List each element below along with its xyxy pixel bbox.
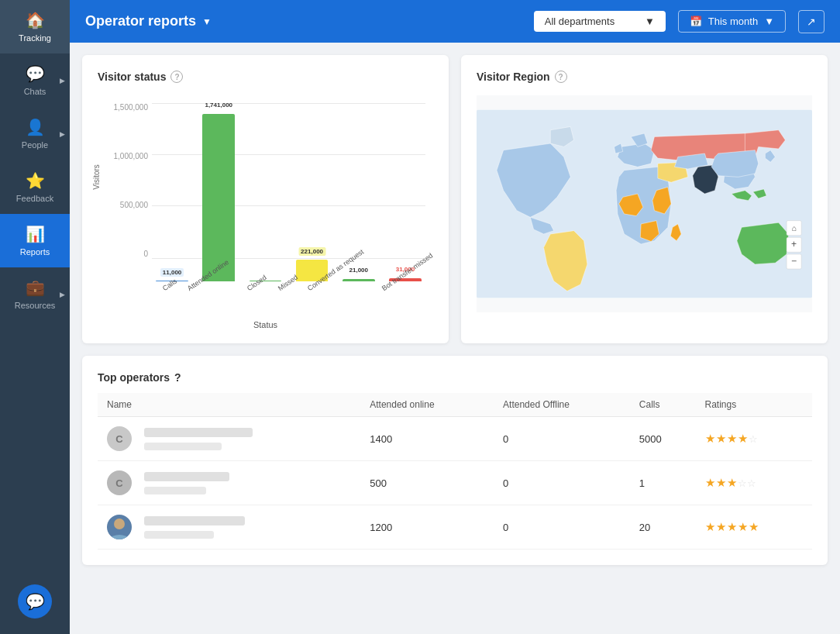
chevron-right-icon: ▶ [60, 77, 65, 84]
operator-name-cell: C [98, 461, 360, 505]
col-attended-offline: Attended Offline [494, 393, 630, 417]
bar-group-bot-transfer: 31,000 [385, 103, 425, 281]
top-operators-title: Top operators ? [98, 371, 812, 384]
sidebar-item-chats[interactable]: 💬 Chats ▶ [0, 53, 70, 107]
export-icon: ↗ [807, 16, 816, 28]
svg-text:+: + [791, 239, 797, 250]
visitor-region-card: Visitor Region ? [461, 55, 828, 343]
attended-online-cell: 500 [360, 461, 494, 505]
sidebar-item-people[interactable]: 👤 People ▶ [0, 107, 70, 160]
name-blur-secondary [144, 487, 206, 494]
star-rating: ★★★ [705, 476, 738, 489]
col-attended-online: Attended online [360, 393, 494, 417]
svg-point-7 [114, 519, 125, 529]
svg-text:−: − [791, 256, 797, 267]
table-body: C 1400 0 5000 ★★★★☆ [98, 417, 812, 550]
caret-down-icon: ▼ [202, 16, 212, 27]
star-rating: ★★★★ [705, 432, 749, 445]
attended-offline-cell: 0 [494, 417, 630, 461]
attended-online-cell: 1400 [360, 417, 494, 461]
bar-group-missed: 221,000 [292, 103, 332, 281]
sidebar-item-resources[interactable]: 💼 Resources ▶ [0, 267, 70, 321]
bars-container: 11,000 1,741,000 [152, 103, 425, 281]
name-blur-primary [144, 428, 253, 437]
charts-row: Visitor status ? 1,500,000 1,000,000 500… [82, 55, 828, 343]
ratings-cell: ★★★☆☆ [696, 461, 812, 505]
sidebar-item-label: Resources [15, 301, 56, 310]
col-ratings: Ratings [696, 393, 812, 417]
department-filter[interactable]: All departments ▼ [534, 11, 666, 32]
sidebar-item-feedback[interactable]: ⭐ Feedback [0, 160, 70, 214]
star-rating: ★★★★★ [705, 520, 759, 533]
resources-icon: 💼 [26, 278, 45, 297]
sidebar-item-reports[interactable]: 📊 Reports [0, 214, 70, 267]
attended-offline-cell: 0 [494, 505, 630, 550]
reports-icon: 📊 [26, 225, 45, 243]
y-axis-label: Visitors [92, 164, 101, 190]
name-blur-primary [144, 472, 229, 481]
top-operators-card: Top operators ? Name Attended online Att… [82, 356, 828, 565]
date-filter[interactable]: 📅 This month ▼ [678, 10, 786, 33]
table-row: C 1400 0 5000 ★★★★☆ [98, 417, 812, 461]
feedback-icon: ⭐ [26, 171, 45, 190]
dropdown-arrow-icon: ▼ [645, 16, 655, 27]
calls-cell: 20 [630, 505, 696, 550]
visitor-status-title: Visitor status ? [98, 71, 433, 83]
table-row: C 500 0 1 ★★★☆☆ [98, 461, 812, 505]
table-header: Name Attended online Attended Offline Ca… [98, 393, 812, 417]
name-blur-secondary [144, 531, 214, 539]
bar-chart: 1,500,000 1,000,000 500,000 0 Visitors [98, 95, 433, 328]
bar-converted: 21,000 [343, 279, 375, 281]
help-icon[interactable]: ? [555, 71, 567, 83]
world-map: ⌂ + − [477, 95, 812, 312]
operator-name-cell [98, 505, 360, 550]
chevron-right-icon: ▶ [60, 291, 65, 298]
visitor-status-card: Visitor status ? 1,500,000 1,000,000 500… [82, 55, 449, 343]
attended-online-cell: 1200 [360, 505, 494, 550]
visitor-region-title: Visitor Region ? [477, 71, 812, 83]
x-axis-label: Status [98, 320, 433, 329]
ratings-cell: ★★★★★ [696, 505, 812, 550]
dropdown-arrow-icon: ▼ [764, 16, 774, 27]
help-icon[interactable]: ? [174, 371, 181, 384]
calls-cell: 1 [630, 461, 696, 505]
ratings-cell: ★★★★☆ [696, 417, 812, 461]
operators-table: Name Attended online Attended Offline Ca… [98, 393, 812, 550]
sidebar-bottom: 💬 [18, 577, 52, 634]
name-blur-secondary [144, 443, 222, 450]
avatar: C [107, 470, 132, 495]
sidebar-item-tracking[interactable]: 🏠 Tracking [0, 0, 70, 53]
name-blur-primary [144, 516, 245, 525]
sidebar-item-label: Chats [24, 87, 46, 96]
svg-text:⌂: ⌂ [791, 224, 796, 233]
bar-group-calls: 11,000 [152, 103, 192, 281]
chevron-right-icon: ▶ [60, 130, 65, 138]
page-title: Operator reports ▼ [85, 13, 212, 29]
avatar [107, 515, 132, 539]
calls-cell: 5000 [630, 417, 696, 461]
operator-name-cell: C [98, 417, 360, 461]
sidebar: 🏠 Tracking 💬 Chats ▶ 👤 People ▶ ⭐ Feedba… [0, 0, 70, 634]
bar-attended-online: 1,741,000 [202, 114, 235, 281]
y-axis: 1,500,000 1,000,000 500,000 0 [98, 103, 148, 258]
map-svg: ⌂ + − [477, 95, 812, 312]
attended-offline-cell: 0 [494, 461, 630, 505]
bar-group-closed [245, 103, 285, 281]
col-calls: Calls [630, 393, 696, 417]
bar-group-attended-online: 1,741,000 [198, 103, 239, 281]
content-area: Visitor status ? 1,500,000 1,000,000 500… [70, 43, 840, 634]
export-button[interactable]: ↗ [798, 10, 825, 33]
star-empty: ☆☆ [738, 477, 756, 489]
calendar-icon: 📅 [690, 16, 702, 27]
chats-icon: 💬 [26, 64, 45, 83]
help-icon[interactable]: ? [170, 71, 183, 83]
sidebar-item-label: Tracking [19, 33, 51, 43]
avatar: C [107, 426, 132, 451]
main-content: Operator reports ▼ All departments ▼ 📅 T… [70, 0, 840, 634]
sidebar-item-label: People [22, 140, 48, 150]
col-name: Name [98, 393, 360, 417]
sidebar-item-label: Feedback [16, 194, 53, 203]
chat-bubble-button[interactable]: 💬 [18, 584, 52, 618]
star-empty: ☆ [749, 433, 758, 445]
people-icon: 👤 [26, 118, 45, 136]
